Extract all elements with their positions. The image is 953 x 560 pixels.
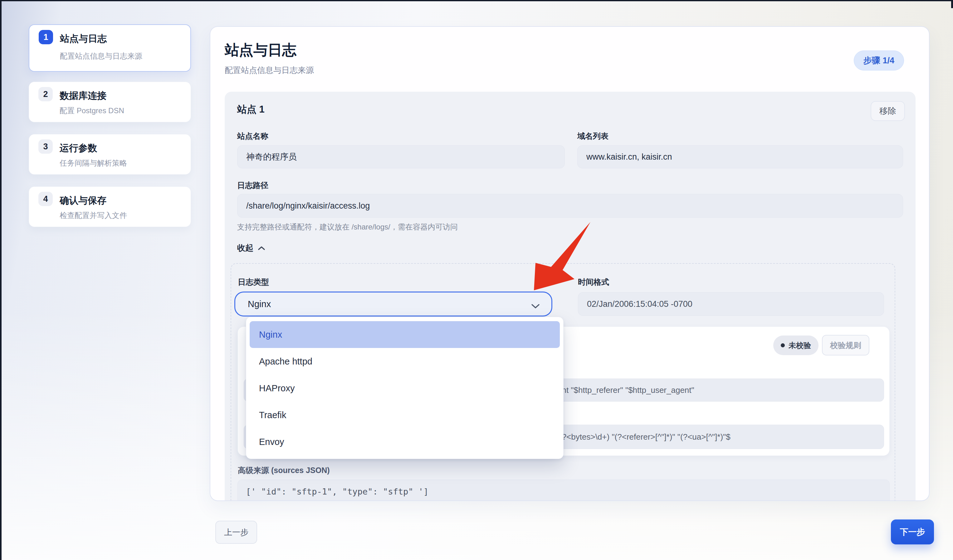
status-badge-label: 未校验: [788, 340, 811, 350]
window-frame-left: [0, 0, 2, 560]
step-number-badge: 2: [38, 87, 53, 101]
sources-label: 高级来源 (sources JSON): [238, 465, 330, 475]
collapse-toggle[interactable]: 收起: [237, 243, 265, 254]
step-title: 站点与日志: [60, 32, 107, 45]
site-card-title: 站点 1: [237, 103, 265, 116]
dropdown-option-nginx[interactable]: Nginx: [250, 321, 560, 348]
prev-button[interactable]: 上一步: [215, 521, 257, 544]
log-type-selected-value: Nginx: [248, 299, 271, 309]
sidebar-step-confirm[interactable]: 4 确认与保存 检查配置并写入文件: [29, 186, 191, 227]
app-window: 1 站点与日志 配置站点信息与日志来源 2 数据库连接 配置 Postgres …: [0, 0, 953, 560]
step-subtitle: 配置站点信息与日志来源: [60, 51, 142, 61]
sources-input[interactable]: [' "id": "sftp-1", "type": "sftp" ']: [237, 480, 889, 501]
dropdown-option-apache-httpd[interactable]: Apache httpd: [250, 348, 560, 375]
window-frame-corner: [951, 0, 953, 8]
step-number-badge: 4: [38, 192, 53, 206]
remove-site-button[interactable]: 移除: [871, 101, 905, 121]
dropdown-option-haproxy[interactable]: HAProxy: [250, 375, 560, 402]
log-type-dropdown-menu: Nginx Apache httpd HAProxy Traefik Envoy: [246, 317, 563, 459]
collapse-label: 收起: [237, 243, 253, 254]
page-subtitle: 配置站点信息与日志来源: [225, 65, 314, 76]
time-format-input[interactable]: 02/Jan/2006:15:04:05 -0700: [578, 292, 884, 316]
window-frame-top: [0, 0, 953, 1]
step-number-badge: 3: [38, 139, 53, 154]
page-title: 站点与日志: [225, 40, 296, 60]
sidebar-step-database[interactable]: 2 数据库连接 配置 Postgres DSN: [29, 82, 191, 122]
step-subtitle: 任务间隔与解析策略: [60, 158, 127, 168]
time-format-label: 时间格式: [578, 277, 609, 287]
site-name-label: 站点名称: [237, 131, 269, 141]
domains-input[interactable]: www.kaisir.cn, kaisir.cn: [577, 145, 903, 169]
dropdown-option-envoy[interactable]: Envoy: [250, 429, 560, 455]
step-number-badge: 1: [39, 30, 53, 44]
step-title: 数据库连接: [60, 90, 106, 102]
step-subtitle: 检查配置并写入文件: [60, 210, 127, 220]
step-progress-badge: 步骤 1/4: [854, 51, 904, 70]
chevron-down-icon: [531, 301, 540, 311]
log-path-input[interactable]: /share/log/nginx/kaisir/access.log: [237, 194, 903, 218]
log-path-label: 日志路径: [237, 180, 269, 190]
status-dot-icon: [781, 343, 785, 347]
sidebar-step-sites-logs[interactable]: 1 站点与日志 配置站点信息与日志来源: [29, 24, 191, 72]
site-name-input[interactable]: 神奇的程序员: [237, 145, 565, 169]
step-title: 运行参数: [60, 142, 97, 155]
log-regex-visible-text: (?<bytes>\d+) "(?<referer>[^"]*)" "(?<ua…: [559, 425, 731, 449]
validate-rules-button[interactable]: 校验规则: [822, 335, 869, 356]
log-type-select[interactable]: Nginx: [234, 292, 553, 317]
log-format-visible-text: ent "$http_referer" "$http_user_agent": [557, 379, 694, 401]
chevron-up-icon: [258, 243, 265, 253]
next-button[interactable]: 下一步: [891, 520, 934, 545]
sidebar-step-runtime[interactable]: 3 运行参数 任务间隔与解析策略: [29, 134, 191, 175]
log-type-label: 日志类型: [238, 277, 269, 287]
step-title: 确认与保存: [60, 194, 106, 207]
step-subtitle: 配置 Postgres DSN: [60, 106, 124, 116]
log-path-help: 支持完整路径或通配符，建议放在 /share/logs/，需在容器内可访问: [237, 222, 458, 232]
domains-label: 域名列表: [577, 131, 608, 141]
dropdown-option-traefik[interactable]: Traefik: [250, 402, 560, 429]
status-badge: 未校验: [773, 336, 818, 355]
